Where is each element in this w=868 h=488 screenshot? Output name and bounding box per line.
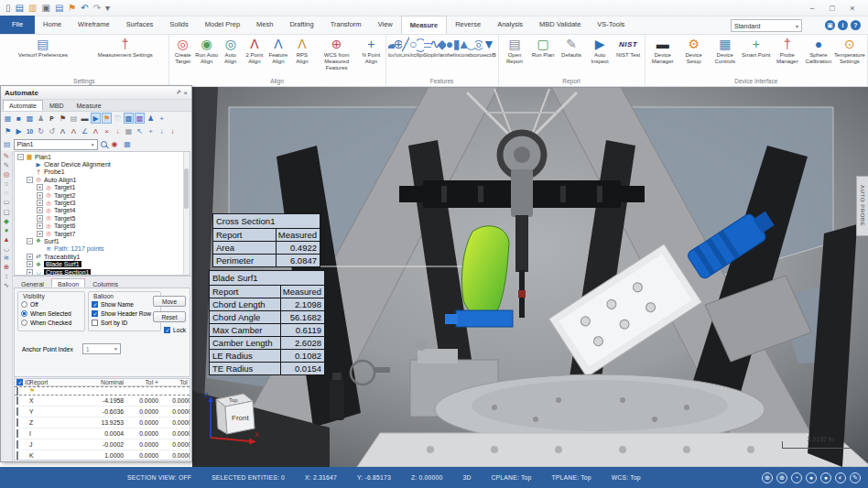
row-checkbox[interactable] (16, 407, 18, 416)
lock-checkbox[interactable] (164, 327, 170, 333)
balloon-flag-icon[interactable]: ⚑ (102, 113, 112, 124)
radio-button[interactable] (21, 310, 27, 317)
hatch-view-icon[interactable]: ▩ (25, 113, 35, 124)
tree-expander[interactable]: + (37, 192, 43, 199)
spline-tool-icon[interactable]: ∿ (4, 282, 9, 289)
row-checkbox[interactable] (16, 440, 18, 449)
ribbon-button[interactable]: NIST NIST Test (614, 36, 643, 77)
properties-tab[interactable]: Columns (86, 278, 125, 287)
tree-item[interactable]: + ◡ Cross Section1 (15, 268, 190, 276)
more-commands-icon[interactable]: ▾ (105, 4, 110, 13)
ribbon-button[interactable]: ◎ Create Target (171, 36, 195, 77)
plane-tool-icon[interactable]: ◆ (4, 218, 9, 225)
open-icon[interactable]: ▥ (28, 4, 37, 13)
tree-expander[interactable]: + (27, 269, 33, 276)
ribbon-button[interactable]: † Probe Manager (772, 36, 803, 77)
ribbon-button[interactable]: ▲ Cone (461, 36, 468, 77)
zoom-extents-icon[interactable]: ⊕ (776, 472, 787, 483)
pan-view-icon[interactable]: ⊕ (762, 472, 773, 483)
cmm-stop-icon[interactable]: Λ (91, 125, 101, 136)
ribbon-button[interactable]: ▭ Slot (424, 36, 431, 77)
mesh-compare-icon[interactable]: ▩ (135, 113, 145, 124)
tree-item[interactable]: + ◎ Target1 (15, 184, 190, 191)
probe-target-icon[interactable]: ◉ (110, 139, 120, 150)
ribbon-button[interactable]: Λ 2 Point Align (243, 36, 266, 77)
ribbon-button[interactable]: ▮ Cylinder (453, 36, 461, 77)
flag-icon[interactable]: ⚑ (68, 4, 76, 13)
tree-item[interactable]: + ◎ Target6 (15, 222, 190, 230)
panel-tab[interactable]: Measure (71, 100, 108, 111)
tree-item[interactable]: + ◎ Target4 (15, 207, 190, 214)
ribbon-tab[interactable]: Analysis (489, 16, 531, 34)
balloon-grid-icon[interactable]: ▦ (123, 139, 133, 150)
ribbon-tab[interactable]: View (370, 16, 401, 34)
tree-item[interactable]: − ▆ Plan1 (15, 153, 190, 160)
row-checkbox[interactable] (16, 451, 18, 460)
tree-item[interactable]: † Probe1 (15, 168, 190, 176)
new-file-icon[interactable]: ▯ (5, 4, 11, 13)
ribbon-tab[interactable]: Model Prep (197, 16, 248, 34)
operator-blue-icon[interactable]: ♟ (146, 113, 156, 124)
tree-expander[interactable]: + (37, 215, 43, 222)
report-view-icon[interactable]: ▤ (69, 113, 79, 124)
move-axis-icon[interactable]: + (146, 125, 156, 136)
print-icon[interactable]: ▣ (41, 4, 49, 13)
sketch-icon[interactable]: ✎ (4, 153, 9, 160)
target-tool-icon[interactable]: ◎ (4, 171, 10, 179)
cone-tool-icon[interactable]: ▲ (3, 236, 9, 244)
checkbox[interactable] (92, 320, 98, 326)
ribbon-tab[interactable]: Solids (161, 16, 196, 34)
annotate-view-icon[interactable]: ✎ (850, 472, 861, 483)
ribbon-button[interactable]: ⊕ WCS from Measured Features (314, 36, 360, 77)
radio-option[interactable]: Off (21, 299, 81, 309)
ribbon-button[interactable]: + N Point Align (359, 36, 383, 77)
shaded-view-icon[interactable]: ● (806, 472, 817, 483)
anchor-point-combo[interactable]: 1 ▾ (82, 343, 121, 354)
info-icon[interactable]: i (838, 20, 848, 30)
ribbon-tab[interactable]: Drafting (281, 16, 321, 34)
search-icon[interactable] (101, 141, 107, 147)
view-cube[interactable]: Z X Top Front (201, 388, 262, 447)
tree-expander[interactable]: + (37, 222, 43, 229)
radio-button[interactable] (21, 301, 27, 308)
blade-surf-balloon[interactable]: Blade Surf1 Report Measured Chord Length… (209, 270, 325, 375)
ribbon-button[interactable]: ◯ Ellipse (417, 36, 424, 77)
select-all-checkbox[interactable] (16, 379, 23, 385)
ribbon-button[interactable]: ▢ Run Plan (529, 36, 558, 77)
row-checkbox[interactable] (16, 418, 18, 427)
minimize-button[interactable]: − (802, 1, 822, 16)
plan-combo[interactable]: Plan1 ▾ (14, 139, 98, 150)
operator-icon[interactable]: ♟ (36, 113, 46, 124)
3d-viewport[interactable]: Cross Section1 Report Measured Area 0.49… (192, 87, 868, 467)
plan-mode-icon[interactable]: P (47, 113, 57, 124)
ribbon-tab[interactable]: Mesh (248, 16, 281, 34)
undo-icon[interactable]: ↶ (81, 4, 88, 13)
probe-drop-icon[interactable]: ↓ (113, 125, 123, 136)
tree-item[interactable]: + ◎ Target7 (15, 230, 190, 237)
view-grid-icon[interactable]: ▦ (3, 113, 13, 124)
ribbon-button[interactable]: ◆ Plane (439, 36, 446, 77)
rotate-view-icon[interactable]: ◔ (791, 472, 802, 483)
annotate-icon[interactable]: ✎ (4, 162, 9, 169)
radio-button[interactable] (21, 320, 27, 326)
ribbon-button[interactable]: ✎ Defaults (558, 36, 586, 77)
row-checkbox[interactable] (16, 429, 18, 438)
tree-expander[interactable]: − (17, 154, 24, 160)
ribbon-button[interactable]: ▤ Open Report (501, 36, 529, 77)
ribbon-button[interactable]: ⊕ Point (395, 36, 402, 77)
measure-tool-icon[interactable]: ↕ (5, 273, 8, 280)
help-icon[interactable]: ? (851, 20, 861, 30)
ribbon-button[interactable]: ▦ Device Controls (710, 36, 741, 77)
tree-item[interactable]: + ◎ Target5 (15, 214, 190, 222)
ribbon-tab[interactable]: MBD Validate (531, 16, 589, 34)
run-ten-icon[interactable]: 10 (25, 125, 35, 136)
tree-scrollbar[interactable] (183, 152, 190, 275)
panel-tab[interactable]: Automate (3, 100, 43, 111)
goto-flag-icon[interactable]: ⚑ (3, 125, 13, 136)
save-icon[interactable]: ▤ (16, 4, 24, 13)
add-step-icon[interactable]: + (157, 113, 167, 124)
ribbon-button[interactable]: Λ RPS Align (290, 36, 314, 77)
select-icon[interactable]: ↖ (135, 125, 145, 136)
checkbox-option[interactable]: Sort by ID (92, 318, 157, 327)
cross-section-balloon[interactable]: Cross Section1 Report Measured Area 0.49… (212, 213, 320, 267)
